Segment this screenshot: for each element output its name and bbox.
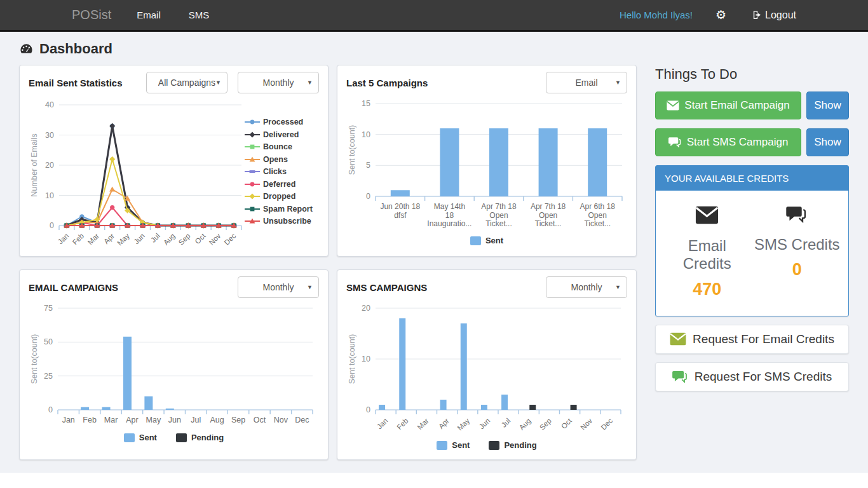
- request-sms-credits-button[interactable]: Request For SMS Credits: [655, 362, 849, 391]
- legend-item: Processed: [245, 118, 318, 126]
- svg-text:Apr 7th 18OpenTicket...: Apr 7th 18OpenTicket...: [531, 202, 566, 228]
- things-to-do-title: Things To Do: [655, 66, 849, 83]
- svg-text:Number of Emails: Number of Emails: [30, 133, 39, 196]
- email-campaigns-chart: 0255075Sent to(count)JanFebMarAprMayJunJ…: [29, 302, 319, 442]
- credits-panel-header: YOUR AVAILABLE CREDITS: [656, 166, 848, 191]
- campaign-filter-select[interactable]: All Campaigns ▼: [146, 72, 227, 93]
- svg-text:Nov: Nov: [208, 232, 222, 247]
- svg-text:Sep: Sep: [538, 417, 553, 431]
- email-credits-label: Email Credits: [662, 237, 752, 273]
- start-sms-campaign-button[interactable]: Start SMS Campaign: [655, 128, 801, 156]
- legend-item: Bounce: [245, 142, 318, 151]
- show-sms-campaigns-button[interactable]: Show: [806, 128, 849, 156]
- panel-title: Last 5 Campaigns: [346, 78, 546, 88]
- svg-text:Apr 6th 18OpenTicket...: Apr 6th 18OpenTicket...: [580, 202, 616, 228]
- legend-item: Deferred: [245, 180, 318, 189]
- charts-grid: Email Sent Statistics All Campaigns ▼ Mo…: [19, 65, 637, 460]
- gear-icon[interactable]: ⚙: [715, 9, 726, 21]
- svg-text:Jun: Jun: [132, 232, 146, 246]
- svg-text:10: 10: [362, 130, 370, 139]
- period-filter-select[interactable]: Monthly ▼: [238, 72, 319, 93]
- chat-icon: [786, 206, 808, 223]
- svg-text:Apr: Apr: [126, 416, 138, 424]
- svg-text:Jul: Jul: [191, 416, 201, 424]
- sms-credits-block: SMS Credits 0: [752, 206, 843, 299]
- sms-campaigns-chart: 01020Sent to(count)JanFebMarAprMayJunJul…: [346, 302, 627, 450]
- svg-text:10: 10: [362, 355, 370, 363]
- svg-text:Jun: Jun: [168, 416, 181, 424]
- svg-text:Apr: Apr: [102, 232, 116, 245]
- legend-item: Unsubscribe: [245, 217, 318, 226]
- svg-text:Sep: Sep: [177, 232, 192, 247]
- campaign-type-select[interactable]: Email ▼: [546, 72, 627, 93]
- svg-text:75: 75: [44, 304, 53, 313]
- legend-item: Sent: [124, 433, 157, 442]
- email-credits-block: Email Credits 470: [662, 206, 752, 299]
- show-email-campaigns-button[interactable]: Show: [806, 92, 849, 119]
- chart-legend: SentPending: [29, 433, 319, 442]
- svg-text:0: 0: [366, 192, 370, 201]
- svg-text:20: 20: [362, 304, 370, 313]
- nav-item-sms[interactable]: SMS: [189, 10, 210, 20]
- page-footer: [0, 473, 868, 488]
- svg-text:Mar: Mar: [86, 232, 101, 247]
- panel-sms-campaigns: SMS CAMPAIGNS Monthly ▼ 01020Sent to(cou…: [337, 269, 637, 460]
- svg-text:Feb: Feb: [71, 232, 86, 247]
- svg-text:Jun: Jun: [478, 417, 492, 431]
- svg-text:Apr 7th 18OpenTicket...: Apr 7th 18OpenTicket...: [481, 202, 517, 228]
- svg-text:30: 30: [45, 131, 54, 140]
- svg-text:0: 0: [50, 221, 54, 230]
- legend-item: Pending: [489, 440, 536, 450]
- brand-logo[interactable]: POSist: [72, 8, 111, 22]
- email-credits-value: 470: [662, 280, 752, 299]
- period-filter-select[interactable]: Monthly ▼: [238, 276, 319, 298]
- legend-item: Clicks: [245, 167, 318, 176]
- svg-text:Sent to(count): Sent to(count): [348, 334, 356, 384]
- sign-out-icon: [752, 10, 763, 20]
- last5-campaigns-chart: 051015Sent to(count)Jun 20th 18dfsfMay 1…: [346, 97, 627, 245]
- legend-item: Delivered: [245, 130, 318, 139]
- envelope-icon: [670, 332, 686, 346]
- logout-button[interactable]: Logout: [752, 10, 796, 21]
- svg-text:May: May: [116, 232, 131, 247]
- chevron-down-icon: ▼: [307, 284, 313, 290]
- svg-text:Dec: Dec: [295, 416, 309, 424]
- svg-text:10: 10: [45, 191, 54, 200]
- top-navbar: POSist Email SMS Hello Mohd Ilyas! ⚙ Log…: [0, 0, 868, 32]
- chat-icon: [672, 370, 688, 383]
- legend-item: Spam Report: [245, 205, 318, 214]
- svg-text:Sent to(count): Sent to(count): [30, 334, 39, 384]
- svg-text:Apr: Apr: [437, 417, 451, 430]
- svg-text:Nov: Nov: [274, 416, 288, 424]
- svg-text:Jun 20th 18dfsf: Jun 20th 18dfsf: [380, 202, 420, 220]
- svg-text:50: 50: [44, 337, 53, 346]
- chat-icon: [668, 137, 682, 148]
- chevron-down-icon: ▼: [307, 79, 313, 86]
- svg-text:Sent to(count): Sent to(count): [348, 125, 356, 175]
- sms-credits-value: 0: [752, 260, 843, 280]
- svg-text:40: 40: [45, 100, 54, 109]
- chevron-down-icon: ▼: [615, 79, 621, 86]
- svg-text:Jan: Jan: [376, 417, 390, 431]
- chart-legend: Sent: [346, 236, 627, 245]
- chevron-down-icon: ▼: [215, 79, 221, 86]
- svg-text:Feb: Feb: [395, 417, 410, 431]
- nav-item-email[interactable]: Email: [137, 10, 161, 20]
- start-email-campaign-button[interactable]: Start Email Campaign: [655, 92, 801, 119]
- svg-text:Jul: Jul: [149, 232, 161, 244]
- user-greeting-link[interactable]: Hello Mohd Ilyas!: [620, 10, 693, 20]
- svg-text:15: 15: [362, 99, 370, 108]
- period-filter-select[interactable]: Monthly ▼: [546, 276, 627, 298]
- sms-credits-label: SMS Credits: [752, 236, 843, 254]
- things-to-do-sidebar: Things To Do Start Email Campaign Show: [655, 65, 849, 460]
- panel-email-sent-statistics: Email Sent Statistics All Campaigns ▼ Mo…: [19, 65, 329, 257]
- svg-text:Jan: Jan: [62, 416, 75, 424]
- svg-text:Nov: Nov: [579, 417, 593, 431]
- request-email-credits-button[interactable]: Request For Email Credits: [655, 325, 849, 354]
- envelope-icon: [695, 206, 719, 224]
- page-title: Dashboard: [19, 41, 868, 57]
- svg-text:May: May: [456, 417, 471, 432]
- svg-text:Aug: Aug: [518, 417, 532, 431]
- svg-text:Oct: Oct: [560, 416, 574, 430]
- tachometer-icon: [19, 42, 34, 57]
